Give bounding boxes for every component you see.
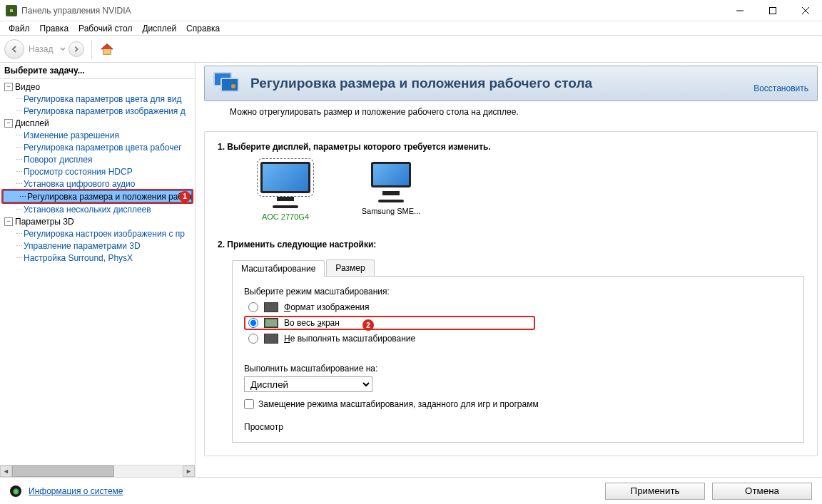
collapse-icon[interactable]: − [4, 83, 13, 91]
cancel-button[interactable]: Отмена [712, 483, 812, 500]
display-option-samsung[interactable]: Samsung SME... [352, 162, 430, 221]
no-scaling-icon [264, 334, 278, 344]
footer-bar: ◉ Информация о системе Применить Отмена [0, 477, 822, 504]
radio-input[interactable] [248, 302, 258, 312]
page-description: Можно отрегулировать размер и положение … [230, 107, 818, 117]
tree-item-video-image[interactable]: ⋯Регулировка параметров изображения д [0, 105, 195, 117]
display-name: Samsung SME... [362, 207, 421, 215]
radio-label: Формат изображения [284, 302, 369, 312]
override-checkbox[interactable] [244, 399, 254, 409]
settings-section: 1. Выберите дисплей, параметры которого … [204, 131, 818, 456]
aspect-ratio-icon [264, 302, 278, 312]
display-option-aoc[interactable]: AOC 2770G4 [246, 162, 325, 221]
tree-item-rotate-display[interactable]: ⋯Поворот дисплея [0, 153, 195, 165]
close-button[interactable] [789, 0, 822, 21]
sidebar-horizontal-scrollbar[interactable]: ◄ ► [0, 465, 195, 477]
display-selector: AOC 2770G4 Samsung SME... [246, 162, 804, 221]
system-info-link[interactable]: Информация о системе [29, 486, 598, 496]
minimize-button[interactable] [724, 0, 756, 21]
annotation-badge-1: 1 [179, 191, 191, 202]
preview-label: Просмотр [244, 422, 792, 432]
tree-item-desktop-color[interactable]: ⋯Регулировка параметров цвета рабочег [0, 141, 195, 153]
restore-link[interactable]: Восстановить [754, 83, 808, 95]
tab-scaling[interactable]: Масштабирование [232, 260, 325, 277]
tree-item-image-preview[interactable]: ⋯Регулировка настроек изображения с пр [0, 227, 195, 240]
nvidia-app-icon [6, 5, 17, 16]
menubar: Файл Правка Рабочий стол Дисплей Справка [0, 21, 822, 36]
tree-item-surround-physx[interactable]: ⋯Настройка Surround, PhysX [0, 252, 195, 264]
scroll-left-button[interactable]: ◄ [0, 466, 12, 477]
radio-label: Не выполнять масштабирование [284, 334, 415, 344]
perform-on-label: Выполнить масштабирование на: [244, 364, 792, 374]
nav-separator [91, 40, 92, 58]
display-name: AOC 2770G4 [262, 212, 309, 221]
sidebar-title: Выберите задачу... [0, 63, 195, 79]
tree-group-display[interactable]: −Дисплей [0, 117, 195, 129]
step2-title: 2. Применить следующие настройки: [218, 240, 804, 250]
override-checkbox-row[interactable]: Замещение режима масштабирования, заданн… [244, 399, 792, 409]
override-label: Замещение режима масштабирования, заданн… [258, 399, 539, 409]
tree-item-manage-3d[interactable]: ⋯Управление параметрами 3D [0, 240, 195, 252]
radio-no-scaling[interactable]: Не выполнять масштабирование [248, 334, 792, 344]
titlebar: Панель управления NVIDIA [0, 0, 822, 21]
tab-scaling-body: Выберите режим масштабирования: Формат и… [232, 277, 804, 443]
perform-scaling-on: Выполнить масштабирование на: Дисплей За… [244, 364, 792, 409]
task-tree: −Видео ⋯Регулировка параметров цвета для… [0, 79, 195, 465]
collapse-icon[interactable]: − [4, 119, 13, 128]
radio-label: Во весь экран [284, 318, 340, 328]
radio-aspect-ratio[interactable]: Формат изображения [248, 302, 792, 312]
step1-title: 1. Выберите дисплей, параметры которого … [218, 142, 804, 152]
monitor-icon [260, 162, 310, 193]
radio-input[interactable] [248, 318, 258, 328]
tree-item-hdcp-status[interactable]: ⋯Просмотр состояния HDCP [0, 165, 195, 178]
annotation-badge-2: 2 [362, 319, 374, 331]
scaling-tabs: Масштабирование Размер [232, 259, 804, 277]
scroll-right-button[interactable]: ► [183, 466, 195, 477]
tree-group-video[interactable]: −Видео [0, 81, 195, 93]
tree-item-change-resolution[interactable]: ⋯Изменение разрешения [0, 129, 195, 141]
menu-display[interactable]: Дисплей [138, 22, 181, 35]
monitor-icon [371, 162, 411, 187]
menu-help[interactable]: Справка [182, 22, 224, 35]
tree-group-3d[interactable]: −Параметры 3D [0, 215, 195, 227]
sysinfo-icon: ◉ [10, 485, 21, 497]
apply-button[interactable]: Применить [605, 483, 705, 500]
tree-item-digital-audio[interactable]: ⋯Установка цифрового аудио [0, 178, 195, 190]
nav-toolbar: Назад [0, 36, 822, 63]
back-button[interactable] [4, 39, 24, 59]
tree-item-video-color[interactable]: ⋯Регулировка параметров цвета для вид [0, 93, 195, 105]
menu-file[interactable]: Файл [4, 22, 34, 35]
tree-item-adjust-size-position[interactable]: ⋯Регулировка размера и положения рабоч [3, 190, 192, 202]
home-icon[interactable] [99, 41, 115, 57]
back-label: Назад [29, 44, 53, 54]
maximize-button[interactable] [756, 0, 789, 21]
task-sidebar: Выберите задачу... −Видео ⋯Регулировка п… [0, 63, 196, 477]
scroll-thumb[interactable] [12, 466, 114, 477]
svg-rect-1 [770, 7, 776, 14]
page-title: Регулировка размера и положения рабочего… [250, 76, 745, 91]
menu-edit[interactable]: Правка [36, 22, 73, 35]
radio-input[interactable] [248, 334, 258, 344]
perform-on-select[interactable]: Дисплей [244, 376, 372, 392]
window-title: Панель управления NVIDIA [21, 6, 724, 16]
chevron-down-icon[interactable] [60, 46, 66, 52]
tab-size[interactable]: Размер [326, 259, 374, 276]
menu-desktop[interactable]: Рабочий стол [74, 22, 136, 35]
page-header: Регулировка размера и положения рабочего… [204, 66, 818, 101]
tree-item-multiple-displays[interactable]: ⋯Установка нескольких дисплеев [0, 203, 195, 215]
header-monitor-icon [213, 72, 242, 95]
fullscreen-icon: ◄► [264, 318, 278, 328]
scaling-mode-label: Выберите режим масштабирования: [244, 287, 792, 297]
radio-fullscreen[interactable]: ◄► Во весь экран 2 [248, 318, 792, 328]
collapse-icon[interactable]: − [4, 217, 13, 226]
content-pane: Регулировка размера и положения рабочего… [196, 63, 822, 477]
forward-button[interactable] [68, 41, 84, 57]
